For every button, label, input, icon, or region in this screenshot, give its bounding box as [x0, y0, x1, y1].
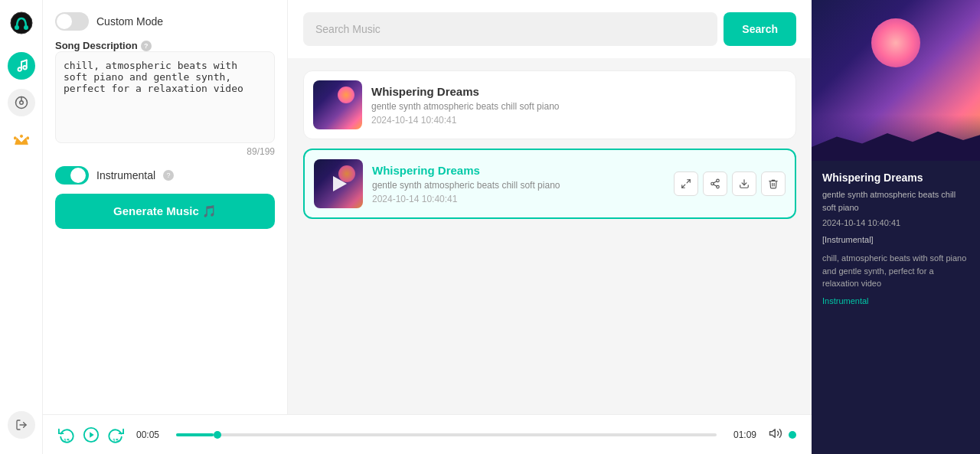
music-date-2: 2024-10-14 10:40:41 [372, 194, 665, 204]
search-button[interactable]: Search [724, 12, 796, 46]
song-description-input[interactable]: chill, atmospheric beats with soft piano… [55, 51, 275, 143]
svg-point-0 [11, 12, 32, 34]
song-description-help-icon[interactable]: ? [141, 41, 152, 51]
music-card-1[interactable]: Whispering Dreams gentle synth atmospher… [303, 70, 796, 139]
search-bar-row: Search [288, 0, 812, 58]
music-thumb-2 [314, 159, 363, 208]
svg-point-2 [24, 25, 28, 30]
progress-bar[interactable] [288, 433, 717, 436]
svg-line-21 [714, 185, 717, 186]
delete-button[interactable] [761, 171, 786, 196]
sidebar [0, 0, 43, 454]
sidebar-item-crown[interactable] [8, 126, 35, 153]
volume-dot[interactable] [789, 431, 796, 439]
svg-marker-26 [770, 429, 776, 437]
svg-line-17 [682, 185, 685, 188]
right-panel-tags: gentle synth atmospheric beats chill sof… [822, 188, 969, 214]
music-list: Whispering Dreams gentle synth atmospher… [288, 58, 812, 454]
svg-point-14 [26, 137, 28, 139]
music-title-2: Whispering Dreams [372, 164, 665, 177]
app-logo [8, 9, 35, 37]
svg-point-13 [14, 137, 16, 139]
right-panel-instrumental-link[interactable]: Instrumental [822, 296, 969, 305]
right-panel-title: Whispering Dreams [822, 171, 969, 184]
music-title-1: Whispering Dreams [371, 85, 786, 98]
left-panel: Custom Mode Song Description ? chill, at… [43, 0, 288, 454]
music-info-2: Whispering Dreams gentle synth atmospher… [372, 164, 665, 204]
svg-point-1 [15, 25, 19, 30]
volume-section [769, 426, 796, 443]
share-button[interactable] [703, 171, 727, 196]
svg-marker-11 [15, 138, 28, 144]
right-panel-info: Whispering Dreams gentle synth atmospher… [812, 161, 980, 454]
music-tags-1: gentle synth atmospheric beats chill sof… [371, 101, 786, 112]
custom-mode-label: Custom Mode [96, 15, 163, 28]
main-content: Search Whispering Dreams gentle synth at… [288, 0, 812, 454]
time-total: 01:09 [729, 430, 756, 440]
music-card-2[interactable]: Whispering Dreams gentle synth atmospher… [303, 149, 796, 219]
music-thumb-1 [313, 80, 362, 129]
volume-icon[interactable] [769, 426, 782, 443]
generate-music-button[interactable]: Generate Music 🎵 [55, 194, 275, 229]
search-input[interactable] [303, 12, 717, 46]
bottom-player: 15 15 00:05 01:09 [288, 414, 812, 454]
svg-line-16 [687, 180, 690, 183]
svg-point-12 [20, 135, 22, 137]
right-panel-instrumental-badge: [Instrumental] [822, 235, 969, 244]
instrumental-help-icon[interactable]: ? [163, 170, 174, 181]
right-panel-description: chill, atmospheric beats with soft piano… [822, 252, 969, 290]
char-count: 89/199 [55, 146, 275, 157]
song-description-label: Song Description ? [55, 40, 275, 51]
music-tags-2: gentle synth atmospheric beats chill sof… [372, 180, 665, 191]
sidebar-item-music[interactable] [8, 52, 35, 80]
svg-line-22 [714, 181, 717, 183]
sidebar-bottom [8, 411, 35, 439]
custom-mode-toggle[interactable] [55, 12, 89, 31]
instrumental-label: Instrumental [96, 169, 155, 181]
music-date-1: 2024-10-14 10:40:41 [371, 115, 786, 126]
custom-mode-row: Custom Mode [55, 12, 275, 31]
right-panel-image [812, 0, 980, 161]
sidebar-item-vinyl[interactable] [8, 89, 35, 116]
svg-line-7 [21, 60, 27, 62]
instrumental-row: Instrumental ? [55, 166, 275, 185]
instrumental-toggle[interactable] [55, 166, 89, 185]
right-panel: Whispering Dreams gentle synth atmospher… [812, 0, 980, 454]
download-button[interactable] [732, 171, 756, 196]
right-panel-date: 2024-10-14 10:40:41 [822, 218, 969, 227]
music-info-1: Whispering Dreams gentle synth atmospher… [371, 85, 786, 126]
expand-button[interactable] [674, 171, 698, 196]
song-description-section: Song Description ? chill, atmospheric be… [55, 40, 275, 157]
music-actions-2 [674, 171, 786, 196]
exit-button[interactable] [8, 411, 35, 439]
